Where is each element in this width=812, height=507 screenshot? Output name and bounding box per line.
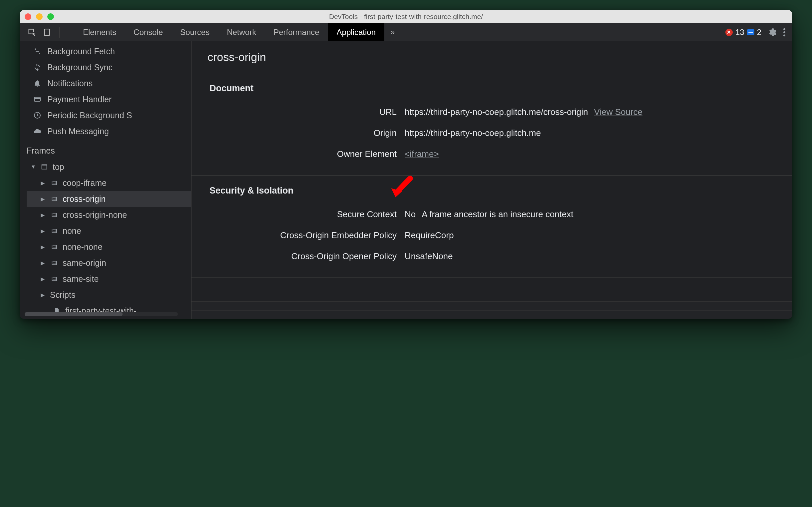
caret-right-icon: ▶ (41, 260, 46, 266)
cloud-icon (33, 127, 42, 135)
row-origin: Origin https://third-party-no-coep.glitc… (191, 123, 792, 144)
frame-label: same-origin (63, 258, 106, 268)
svg-rect-18 (53, 246, 56, 248)
sidebar-item-background-fetch[interactable]: Background Fetch (20, 43, 191, 59)
traffic-lights (25, 13, 54, 20)
tab-console[interactable]: Console (125, 23, 172, 41)
error-icon: ✕ (726, 29, 733, 36)
clock-icon (33, 111, 42, 119)
coop-value: UnsafeNone (405, 251, 453, 262)
error-count: 13 (736, 27, 744, 37)
row-coop: Cross-Origin Opener Policy UnsafeNone (191, 246, 792, 267)
iframe-icon (50, 180, 59, 186)
secure-context-note: A frame ancestor is an insecure context (422, 209, 573, 220)
tab-sources[interactable]: Sources (172, 23, 218, 41)
window-title: DevTools - first-party-test-with-resourc… (20, 13, 792, 21)
sidebar-item-label: Payment Handler (47, 95, 112, 104)
svg-rect-10 (53, 182, 56, 184)
frame-label: cross-origin-none (63, 210, 127, 220)
caret-right-icon: ▶ (41, 180, 46, 186)
status-bar-2 (191, 310, 792, 319)
url-value: https://third-party-no-coep.glitch.me/cr… (405, 107, 588, 117)
sidebar-item-label: Background Fetch (47, 47, 115, 56)
maximize-window-button[interactable] (47, 13, 54, 20)
url-label: URL (191, 107, 405, 117)
row-owner-element: Owner Element <iframe> (191, 144, 792, 165)
coep-value: RequireCorp (405, 230, 454, 240)
message-icon: — (747, 29, 754, 35)
frame-scripts[interactable]: ▶ Scripts (26, 287, 191, 303)
close-window-button[interactable] (25, 13, 31, 20)
iframe-icon (50, 228, 59, 234)
fetch-icon (33, 47, 42, 55)
svg-rect-14 (53, 214, 56, 216)
view-source-link[interactable]: View Source (594, 107, 643, 117)
document-heading: Document (191, 73, 792, 102)
bottom-bars (191, 301, 792, 319)
inspect-icon[interactable] (27, 27, 37, 37)
iframe-icon (50, 196, 59, 202)
window-icon (40, 164, 49, 170)
frame-detail-panel: cross-origin Document URL https://third-… (191, 41, 792, 319)
device-icon[interactable] (43, 27, 51, 37)
page-title: cross-origin (191, 41, 792, 73)
tab-elements[interactable]: Elements (74, 23, 125, 41)
devtools-window: DevTools - first-party-test-with-resourc… (20, 10, 792, 319)
secure-context-label: Secure Context (191, 209, 405, 220)
frame-cross-origin[interactable]: ▶ cross-origin (26, 191, 191, 207)
minimize-window-button[interactable] (36, 13, 43, 20)
security-heading: Security & Isolation (191, 176, 792, 204)
owner-element-link[interactable]: <iframe> (405, 149, 439, 159)
card-icon (33, 95, 42, 103)
sidebar-item-periodic-sync[interactable]: Periodic Background S (20, 107, 191, 123)
sidebar-item-label: Periodic Background S (47, 111, 132, 120)
devtools-toolbar: Elements Console Sources Network Perform… (20, 23, 792, 41)
toolbar-divider (59, 27, 60, 38)
sidebar-scrollbar[interactable] (25, 312, 178, 316)
tab-performance[interactable]: Performance (265, 23, 328, 41)
svg-rect-0 (44, 29, 49, 36)
sync-icon (33, 63, 42, 71)
sidebar-item-label: Background Sync (47, 63, 113, 72)
iframe-icon (50, 244, 59, 250)
frame-children: ▶ coop-iframe ▶ cross-origin ▶ cross-ori… (26, 175, 191, 319)
frame-top[interactable]: ▼ top (26, 159, 191, 175)
more-tabs-button[interactable]: » (384, 27, 401, 37)
frame-cross-origin-none[interactable]: ▶ cross-origin-none (26, 207, 191, 223)
tab-application[interactable]: Application (328, 23, 384, 41)
svg-point-3 (784, 34, 786, 36)
more-menu-icon[interactable] (783, 27, 786, 37)
secure-context-value: No (405, 209, 416, 220)
row-coep: Cross-Origin Embedder Policy RequireCorp (191, 225, 792, 246)
frame-label: cross-origin (63, 194, 106, 204)
scrollbar-thumb[interactable] (25, 312, 123, 316)
sidebar-item-background-sync[interactable]: Background Sync (20, 59, 191, 75)
frames-header: Frames (20, 139, 191, 159)
frame-same-site[interactable]: ▶ same-site (26, 271, 191, 287)
frame-coop-iframe[interactable]: ▶ coop-iframe (26, 175, 191, 191)
script-file[interactable]: first-party-test-with- (26, 303, 191, 319)
sidebar-item-notifications[interactable]: Notifications (20, 75, 191, 91)
svg-rect-5 (34, 98, 40, 99)
svg-rect-12 (53, 198, 56, 200)
tab-network[interactable]: Network (218, 23, 265, 41)
frame-none-none[interactable]: ▶ none-none (26, 239, 191, 255)
settings-icon[interactable] (767, 27, 777, 37)
caret-right-icon: ▶ (41, 244, 46, 250)
titlebar: DevTools - first-party-test-with-resourc… (20, 10, 792, 23)
sidebar-item-push-messaging[interactable]: Push Messaging (20, 123, 191, 139)
bell-icon (33, 79, 42, 87)
frame-label: same-site (63, 274, 99, 284)
frame-label: coop-iframe (63, 178, 107, 188)
caret-down-icon: ▼ (31, 164, 36, 170)
issue-counts[interactable]: ✕ 13 — 2 (726, 27, 761, 37)
origin-label: Origin (191, 128, 405, 138)
coop-label: Cross-Origin Opener Policy (191, 251, 405, 262)
frame-same-origin[interactable]: ▶ same-origin (26, 255, 191, 271)
sidebar-item-payment-handler[interactable]: Payment Handler (20, 91, 191, 107)
frame-none[interactable]: ▶ none (26, 223, 191, 239)
panel-tabs: Elements Console Sources Network Perform… (74, 23, 384, 41)
frame-label: none (63, 226, 81, 236)
origin-value: https://third-party-no-coep.glitch.me (405, 128, 541, 138)
scripts-label: Scripts (50, 290, 75, 300)
